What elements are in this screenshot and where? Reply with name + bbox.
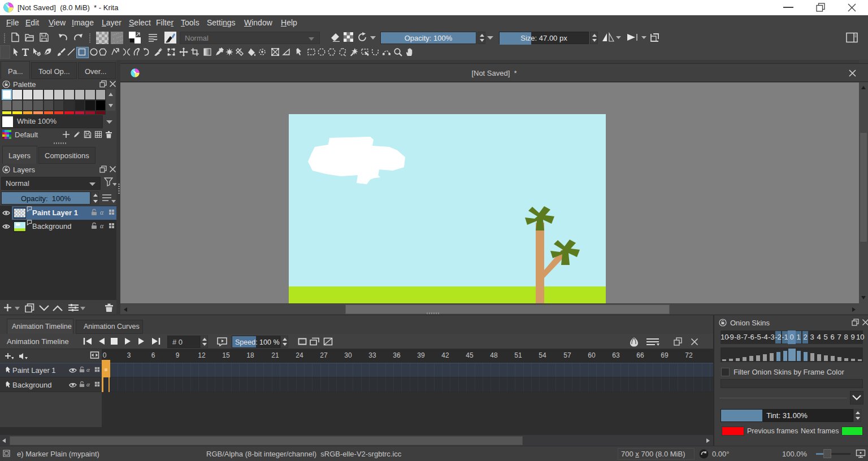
svg-text:α: α [86,381,90,388]
svg-text:α: α [86,366,90,373]
svg-text:α: α [100,222,104,230]
svg-text:α: α [100,208,104,216]
